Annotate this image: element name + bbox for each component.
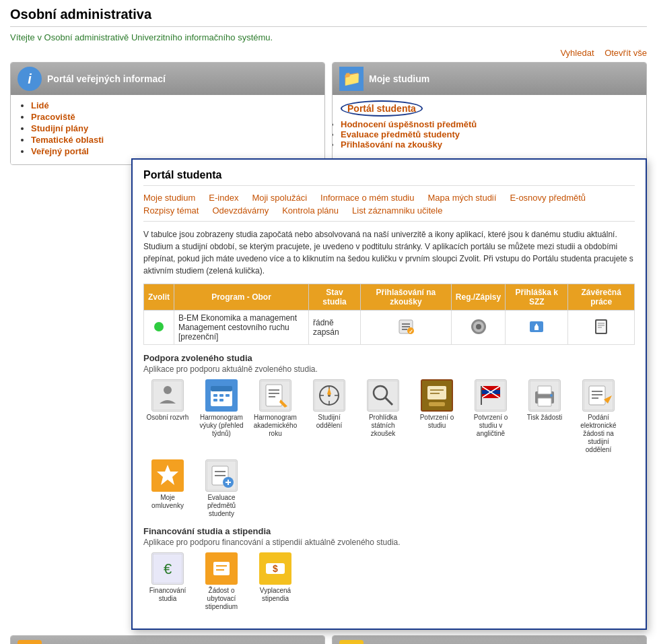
app-tisk-zadosti[interactable]: Tisk žádosti — [520, 379, 569, 454]
app-vyplacena-label: Vyplacená stipendia — [251, 587, 300, 603]
svg-text:✓: ✓ — [408, 329, 413, 335]
app-financovani-icon: € — [151, 552, 184, 585]
svg-rect-62 — [589, 386, 605, 405]
finance-section-sub: Aplikace pro podporu financování a stipe… — [143, 538, 635, 547]
app-harmonogram-roku-icon — [259, 379, 291, 412]
svg-point-18 — [164, 386, 172, 394]
vyhledat-link[interactable]: Vyhledat — [560, 48, 594, 58]
svg-rect-26 — [219, 399, 223, 401]
app-prohlidka[interactable]: Prohlídka státních zkoušek — [359, 379, 407, 454]
app-vyplacena[interactable]: $ Vyplacená stipendia — [251, 552, 300, 611]
nav-moji-spoluzaci[interactable]: Moji spolužáci — [252, 193, 307, 203]
cell-szz — [506, 311, 568, 345]
support-section-sub: Aplikace pro podporu aktuálně zvoleného … — [143, 364, 635, 374]
app-osobni-rozvrh-icon — [151, 379, 184, 412]
col-zaverecna: Závěrečná práce — [568, 284, 635, 311]
info-circle-icon: i — [18, 67, 42, 91]
portal-verejnych-list: Lidé Pracoviště Studijní plány Tematické… — [19, 100, 316, 156]
portlet-portal-verejnych-header: i Portál veřejných informací — [11, 63, 324, 95]
finance-apps-grid: € Financování studia Žádost o ubytovací … — [143, 552, 635, 611]
col-reg: Reg./Zápisy — [451, 284, 505, 311]
app-osobni-rozvrh[interactable]: Osobní rozvrh — [143, 379, 192, 454]
app-potvrzeni-anglicky-icon — [475, 379, 507, 412]
nav-informace[interactable]: Informace o mém studiu — [320, 193, 414, 203]
cell-prihlasovani: ✓ — [360, 311, 451, 345]
link-lide[interactable]: Lidé — [31, 100, 49, 110]
cell-stav: řádně zapsán — [308, 311, 360, 345]
link-tematicke[interactable]: Tematické oblasti — [31, 135, 104, 145]
portlet-portal-verejnych: i Portál veřejných informací Lidé Pracov… — [10, 62, 325, 165]
app-zadost-ubytovaci-label: Žádost o ubytovací stipendium — [197, 587, 246, 611]
app-tisk-zadosti-label: Tisk žádosti — [527, 414, 562, 422]
app-osobni-rozvrh-label: Osobní rozvrh — [147, 414, 189, 422]
link-hodnoceni[interactable]: Hodnocení úspěšnosti předmětů — [341, 119, 477, 129]
link-verejny-portal[interactable]: Veřejný portál — [31, 146, 89, 156]
portlet-portal-verejnych-body: Lidé Pracoviště Studijní plány Tematické… — [11, 95, 324, 164]
app-vyplacena-icon: $ — [259, 552, 291, 585]
exam-icon[interactable]: ✓ — [396, 317, 415, 336]
app-financovani[interactable]: € Financování studia — [143, 552, 192, 611]
portal-description: V tabulce jsou zobrazeny studia započatá… — [143, 228, 635, 277]
nav-list[interactable]: List záznamniku učitele — [352, 205, 442, 216]
col-zvolit: Zvolit — [144, 284, 174, 311]
svg-rect-58 — [538, 386, 551, 394]
app-omluvenky[interactable]: Moje omluvenky — [143, 459, 192, 518]
svg-point-60 — [550, 394, 553, 397]
app-evaluace-icon — [205, 459, 238, 492]
svg-rect-24 — [226, 394, 230, 397]
nav-odevzdavarny[interactable]: Odevzdávárny — [212, 205, 269, 216]
nav-eindex[interactable]: E-index — [209, 193, 238, 203]
link-studijni-plany[interactable]: Studijní plány — [31, 123, 88, 133]
cell-reg — [451, 311, 505, 345]
svg-rect-25 — [213, 399, 217, 401]
app-harmonogram-vyuky-icon — [205, 379, 238, 412]
study-row: B-EM Ekonomika a management Management c… — [144, 311, 635, 345]
svg-rect-22 — [213, 394, 217, 397]
cell-zvolit — [144, 311, 174, 345]
app-podani-zadosti[interactable]: Podání elektronické žádosti na studijní … — [574, 379, 623, 454]
nav-moje-studium[interactable]: Moje studium — [143, 193, 195, 203]
link-pracoviste[interactable]: Pracoviště — [31, 112, 75, 122]
elearning-icon: 📚 — [18, 640, 42, 644]
svg-rect-17 — [153, 381, 182, 410]
svg-rect-79 — [213, 562, 230, 575]
study-table: Zvolit Program - Obor Stav studia Přihla… — [143, 284, 635, 345]
moje-studium-list: Portál studenta Hodnocení úspěšnosti pře… — [341, 100, 638, 150]
app-evaluace[interactable]: Evaluace předmětů studenty — [197, 459, 246, 518]
svg-text:€: € — [164, 560, 172, 577]
app-zadost-ubytovaci[interactable]: Žádost o ubytovací stipendium — [197, 552, 246, 611]
app-tisk-zadosti-icon — [528, 379, 561, 412]
link-prihlasovani[interactable]: Přihlašování na zkoušky — [341, 139, 442, 150]
nav-kontrola[interactable]: Kontrola plánu — [282, 205, 339, 216]
portlet-elearning: 📚 eLearning Testy a průzkumy Veřejná výu… — [10, 635, 325, 644]
app-financovani-label: Financování studia — [143, 587, 192, 603]
cell-zaverecna — [568, 311, 635, 345]
mail-shape-icon: ✉️ — [339, 640, 364, 644]
col-prihlaška-szz: Přihláška k SZZ — [506, 284, 568, 311]
app-harmonogram-roku[interactable]: Harmonogram akademického roku — [251, 379, 300, 454]
thesis-icon[interactable] — [592, 317, 611, 336]
app-studijni-oddeleni-label: Studijní oddělení — [305, 414, 353, 430]
portal-studenta-popup: Portál studenta Moje studium E-index Moj… — [131, 158, 647, 630]
app-harmonogram-vyuky[interactable]: Harmonogram výuky (přehled týdnů) — [197, 379, 246, 454]
nav-mapa[interactable]: Mapa mých studií — [428, 193, 497, 203]
portlet-portal-verejnych-title: Portál veřejných informací — [47, 73, 166, 84]
otevrit-vse-link[interactable]: Otevřít vše — [604, 48, 647, 58]
szz-icon[interactable] — [527, 317, 546, 336]
page-title: Osobní administrativa — [10, 7, 647, 27]
nav-rozpisy[interactable]: Rozpisy témat — [143, 205, 199, 216]
link-evaluace[interactable]: Evaluace předmětů studenty — [341, 129, 460, 139]
portlet-elearning-header: 📚 eLearning — [11, 636, 324, 644]
portal-studenta-link[interactable]: Portál studenta — [347, 103, 416, 114]
cell-program: B-EM Ekonomika a management Management c… — [174, 311, 309, 345]
svg-text:$: $ — [273, 563, 278, 574]
app-potvrzeni-studiu[interactable]: Potvrzení o studiu — [413, 379, 461, 454]
reg-icon[interactable] — [469, 317, 488, 336]
svg-rect-23 — [219, 394, 223, 397]
portal-studenta-oval: Portál studenta — [341, 100, 423, 117]
app-potvrzeni-anglicky[interactable]: Potvrzení o studiu v angličtině — [466, 379, 515, 454]
nav-eosnovy[interactable]: E-osnovy předmětů — [510, 193, 586, 203]
app-studijni-oddeleni[interactable]: Studijní oddělení — [305, 379, 353, 454]
app-potvrzeni-studiu-label: Potvrzení o studiu — [413, 414, 461, 430]
portlet-moje-studium-body: Portál studenta Hodnocení úspěšnosti pře… — [333, 95, 646, 155]
